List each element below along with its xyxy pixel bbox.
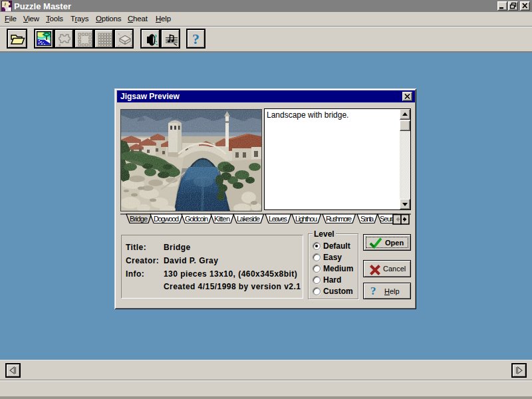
- svg-text:Dogwood: Dogwood: [154, 215, 179, 223]
- svg-text:Bridge: Bridge: [130, 215, 148, 223]
- svg-text:?: ?: [192, 31, 200, 47]
- svg-text:Goldcoin: Goldcoin: [185, 215, 208, 223]
- svg-text:Lighthou: Lighthou: [295, 215, 317, 223]
- svg-text:Kitten: Kitten: [214, 215, 230, 223]
- svg-text:Santa: Santa: [360, 215, 374, 223]
- svg-text:Leaves: Leaves: [269, 215, 288, 223]
- svg-text:Rushmore: Rushmore: [326, 215, 352, 223]
- svg-text:Lakeside: Lakeside: [237, 215, 260, 223]
- svg-text:?: ?: [370, 285, 376, 297]
